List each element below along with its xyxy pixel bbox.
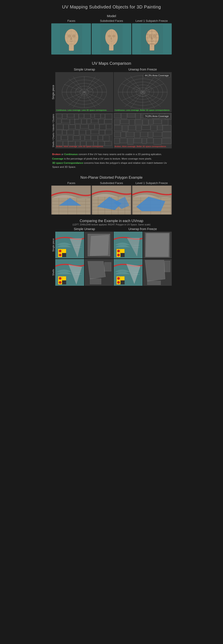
svg-rect-264 bbox=[147, 281, 161, 285]
svg-point-37 bbox=[153, 35, 156, 37]
svg-rect-149 bbox=[121, 120, 129, 124]
svg-rect-232 bbox=[121, 253, 125, 257]
comparing-title: Comparing the Example in each UVmap bbox=[51, 219, 172, 223]
svg-rect-35 bbox=[150, 44, 154, 50]
comparing-shells-right-uv-svg bbox=[143, 259, 172, 286]
svg-marker-262 bbox=[145, 260, 165, 281]
comparing-col-headers: Simple Unwrap Unwrap from Freeze bbox=[51, 227, 172, 231]
uv-col-headers: Simple Unwrap Unwrap from Freeze bbox=[51, 68, 172, 71]
svg-point-258 bbox=[117, 277, 120, 280]
model-image-freeze bbox=[132, 23, 172, 54]
uv-shells-left: Broken. More coverage. Less 3D space cor… bbox=[55, 113, 113, 148]
svg-rect-165 bbox=[121, 132, 126, 138]
svg-point-222 bbox=[59, 254, 62, 256]
svg-rect-169 bbox=[148, 132, 153, 138]
svg-rect-218 bbox=[62, 249, 66, 253]
comparing-single-left-texture-svg bbox=[55, 232, 84, 258]
svg-rect-178 bbox=[154, 138, 161, 144]
comparing-single-right-texture-svg bbox=[114, 232, 143, 258]
nonplanar-subdivided-svg bbox=[92, 186, 131, 214]
uv-single-left: Continuous. Less coverage. Less 3D space… bbox=[55, 72, 113, 112]
nonplanar-header: Faces Subdivided Faces Level 1 Subpatch … bbox=[51, 181, 172, 185]
comparing-shells-right-texture-svg bbox=[114, 259, 143, 286]
uv-shells-row: Shells / Charts / Islands / Clusters bbox=[51, 113, 172, 148]
description-line1: Broken or Continuous concern if the UV h… bbox=[52, 152, 171, 156]
desc-coverage: Coverage bbox=[52, 157, 63, 160]
svg-rect-148 bbox=[114, 120, 120, 125]
svg-rect-156 bbox=[114, 125, 122, 131]
uv-left-header: Simple Unwrap bbox=[55, 68, 114, 71]
comparing-shells-left-uv-svg bbox=[84, 259, 113, 286]
comparing-single-row: Single piece bbox=[51, 232, 172, 258]
svg-rect-162 bbox=[157, 125, 162, 130]
svg-marker-238 bbox=[146, 234, 169, 256]
nonplanar-col-freeze: Level 1 Subpatch Freeze bbox=[132, 181, 172, 185]
svg-rect-151 bbox=[135, 120, 142, 124]
uv-shells-left-caption: Broken. More coverage. Less 3D space cor… bbox=[55, 145, 113, 148]
description-block: Broken or Continuous concern if the UV h… bbox=[51, 151, 172, 171]
nonplanar-section: Non-Planar Distorted Polygon Example Fac… bbox=[51, 176, 172, 214]
svg-rect-14 bbox=[109, 44, 114, 50]
svg-rect-167 bbox=[135, 132, 140, 138]
svg-rect-153 bbox=[149, 120, 153, 124]
page-title: UV Mapping Subdivded Objects for 3D Pain… bbox=[51, 4, 172, 10]
model-section: Model Faces Subdivided Faces Level 1 Sub… bbox=[51, 14, 172, 54]
comparing-shells-left-texture bbox=[55, 259, 84, 286]
comparing-left-header: Simple Unwrap bbox=[55, 227, 114, 231]
model-image-faces bbox=[51, 23, 91, 54]
model-col-subdivided: Subdivided Faces bbox=[91, 19, 132, 22]
svg-rect-163 bbox=[163, 125, 171, 132]
uv-comparison-section: UV Maps Comparison Simple Unwrap Unwrap … bbox=[51, 61, 172, 148]
uv-shells-left-svg bbox=[55, 113, 113, 148]
desc-3d-space: 3D space Correspondance bbox=[52, 162, 83, 164]
uv-shells-right-svg bbox=[114, 113, 172, 148]
svg-rect-179 bbox=[162, 138, 171, 144]
svg-rect-171 bbox=[162, 132, 171, 138]
description-line3: 3D space Correspondance concerns how doe… bbox=[52, 161, 171, 169]
uv-single-piece-images: Continuous. Less coverage. Less 3D space… bbox=[55, 72, 172, 112]
svg-rect-2 bbox=[69, 44, 74, 51]
uv-shells-images: Broken. More coverage. Less 3D space cor… bbox=[55, 113, 172, 148]
comparing-single-images bbox=[55, 232, 172, 258]
svg-rect-170 bbox=[153, 132, 162, 136]
nonplanar-col-subdivided: Subdivided Faces bbox=[91, 181, 132, 185]
area-coverage-single: 44,3% Area Coverage bbox=[143, 74, 170, 78]
model-col-faces: Faces bbox=[51, 19, 91, 22]
model-image-subdivided bbox=[92, 23, 131, 54]
model-label: Model bbox=[51, 14, 172, 18]
nonplanar-col-faces: Faces bbox=[51, 181, 91, 185]
svg-rect-164 bbox=[114, 132, 121, 137]
comparing-right-header: Unwrap from Freeze bbox=[114, 227, 172, 231]
svg-rect-154 bbox=[154, 120, 161, 124]
area-coverage-shells: 74,8% Area Coverage bbox=[143, 114, 170, 118]
svg-rect-141 bbox=[127, 113, 135, 117]
model-header: Faces Subdivided Faces Level 1 Subpatch … bbox=[51, 19, 172, 22]
head-svg-faces bbox=[60, 24, 82, 54]
comparing-section: Comparing the Example in each UVmap (LEF… bbox=[51, 219, 172, 286]
svg-rect-177 bbox=[147, 138, 153, 143]
desc-continuous: Continuous bbox=[64, 153, 78, 156]
svg-rect-159 bbox=[136, 125, 141, 131]
svg-rect-155 bbox=[162, 120, 168, 125]
svg-rect-176 bbox=[142, 138, 147, 144]
uv-shells-right-caption: Broken. More coverage. Better 3D space c… bbox=[114, 145, 172, 148]
comparing-shells-images bbox=[55, 259, 172, 286]
svg-point-3 bbox=[68, 35, 71, 37]
svg-marker-249 bbox=[88, 261, 106, 279]
uv-single-left-svg bbox=[55, 72, 113, 112]
svg-rect-173 bbox=[120, 138, 127, 143]
comparing-shells-label: Shells bbox=[51, 259, 55, 286]
svg-point-259 bbox=[117, 281, 120, 284]
svg-rect-220 bbox=[62, 253, 66, 257]
svg-point-233 bbox=[117, 250, 120, 252]
svg-point-234 bbox=[117, 254, 120, 256]
nonplanar-freeze bbox=[132, 186, 172, 214]
comparing-shells-row: Shells bbox=[51, 259, 172, 286]
svg-rect-255 bbox=[121, 276, 125, 280]
svg-rect-139 bbox=[114, 113, 121, 118]
uv-single-right-svg bbox=[114, 72, 172, 112]
model-col-freeze: Level 1 Subpatch Freeze bbox=[132, 19, 172, 22]
head-svg-freeze bbox=[141, 24, 163, 54]
svg-rect-161 bbox=[151, 125, 157, 131]
comparing-single-right-uv-svg bbox=[143, 232, 172, 258]
